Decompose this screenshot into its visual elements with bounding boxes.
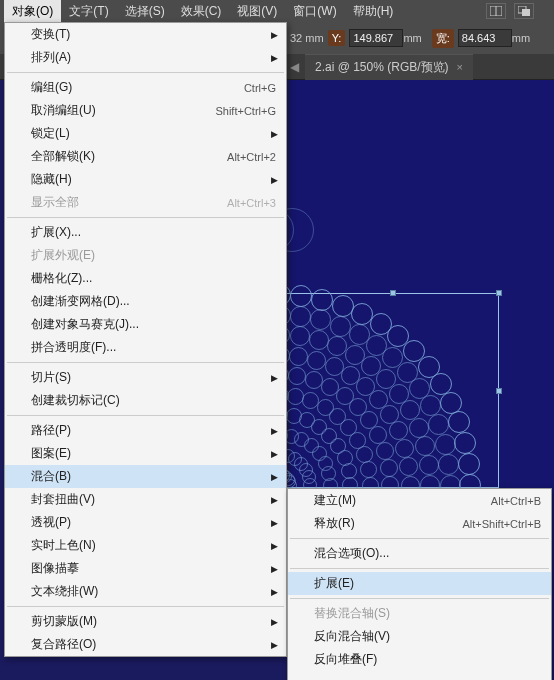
chevron-right-icon: ▶ bbox=[271, 426, 278, 436]
object-menu-item[interactable]: 扩展(X)... bbox=[5, 221, 286, 244]
blend-circle bbox=[290, 326, 310, 346]
object-menu-item[interactable]: 创建对象马赛克(J)... bbox=[5, 313, 286, 336]
blend-circle bbox=[307, 351, 326, 370]
menu-item-label: 创建对象马赛克(J)... bbox=[31, 316, 139, 333]
object-menu-item[interactable]: 拼合透明度(F)... bbox=[5, 336, 286, 359]
selection-handle-tm[interactable] bbox=[390, 290, 396, 296]
blend-circle bbox=[330, 316, 351, 337]
menu-item-label: 路径(P) bbox=[31, 422, 71, 439]
selection-handle-mr[interactable] bbox=[496, 388, 502, 394]
object-menu-item[interactable]: 路径(P)▶ bbox=[5, 419, 286, 442]
menu-item-label: 透视(P) bbox=[31, 514, 71, 531]
menu-separator bbox=[290, 568, 549, 569]
object-menu-item[interactable]: 切片(S)▶ bbox=[5, 366, 286, 389]
object-menu-item[interactable]: 图案(E)▶ bbox=[5, 442, 286, 465]
menu-item-label: 建立(M) bbox=[314, 492, 356, 509]
blend-circle bbox=[332, 295, 354, 317]
blend-menu-item[interactable]: 释放(R)Alt+Shift+Ctrl+B bbox=[288, 512, 551, 535]
selection-handle-tr[interactable] bbox=[496, 290, 502, 296]
object-menu-item[interactable]: 混合(B)▶ bbox=[5, 465, 286, 488]
chevron-right-icon: ▶ bbox=[271, 30, 278, 40]
unit-label: 32 mm bbox=[290, 32, 324, 44]
menu-separator bbox=[7, 217, 284, 218]
menu-item-shortcut: Alt+Ctrl+B bbox=[491, 495, 541, 507]
menu-select[interactable]: 选择(S) bbox=[117, 0, 173, 22]
chevron-right-icon: ▶ bbox=[271, 541, 278, 551]
svg-rect-3 bbox=[522, 9, 530, 16]
menu-item-shortcut: Alt+Ctrl+3 bbox=[227, 197, 276, 209]
menu-item-label: 创建渐变网格(D)... bbox=[31, 293, 130, 310]
menu-item-label: 排列(A) bbox=[31, 49, 71, 66]
object-menu-item[interactable]: 隐藏(H)▶ bbox=[5, 168, 286, 191]
menu-item-label: 创建裁切标记(C) bbox=[31, 392, 120, 409]
tab-prev-indicator[interactable]: ◀ bbox=[290, 60, 299, 74]
y-input[interactable] bbox=[349, 29, 403, 47]
document-tab[interactable]: 2.ai @ 150% (RGB/预览) × bbox=[305, 54, 473, 80]
object-menu-item[interactable]: 图像描摹▶ bbox=[5, 557, 286, 580]
object-menu-item[interactable]: 封套扭曲(V)▶ bbox=[5, 488, 286, 511]
blend-menu-item[interactable]: 扩展(E) bbox=[288, 572, 551, 595]
blend-menu-item[interactable]: 反向堆叠(F) bbox=[288, 648, 551, 671]
menu-item-label: 剪切蒙版(M) bbox=[31, 613, 97, 630]
object-menu-item[interactable]: 全部解锁(K)Alt+Ctrl+2 bbox=[5, 145, 286, 168]
menu-item-label: 混合(B) bbox=[31, 468, 71, 485]
menu-type[interactable]: 文字(T) bbox=[61, 0, 116, 22]
menu-effect[interactable]: 效果(C) bbox=[173, 0, 230, 22]
chevron-right-icon: ▶ bbox=[271, 175, 278, 185]
chevron-right-icon: ▶ bbox=[271, 518, 278, 528]
blend-circle bbox=[400, 400, 420, 420]
menu-item-label: 封套扭曲(V) bbox=[31, 491, 95, 508]
blend-submenu: 建立(M)Alt+Ctrl+B释放(R)Alt+Shift+Ctrl+B混合选项… bbox=[287, 488, 552, 680]
menu-item-label: 变换(T) bbox=[31, 26, 70, 43]
blend-circle bbox=[458, 453, 480, 475]
chevron-right-icon: ▶ bbox=[271, 373, 278, 383]
menu-item-label: 拼合透明度(F)... bbox=[31, 339, 116, 356]
object-menu-item[interactable]: 复合路径(O)▶ bbox=[5, 633, 286, 656]
menu-item-label: 扩展(E) bbox=[314, 575, 354, 592]
object-menu-item[interactable]: 创建裁切标记(C) bbox=[5, 389, 286, 412]
object-menu-item[interactable]: 取消编组(U)Shift+Ctrl+G bbox=[5, 99, 286, 122]
menu-item-label: 实时上色(N) bbox=[31, 537, 96, 554]
object-menu-item[interactable]: 创建渐变网格(D)... bbox=[5, 290, 286, 313]
blend-menu-item[interactable]: 建立(M)Alt+Ctrl+B bbox=[288, 489, 551, 512]
menu-separator bbox=[290, 598, 549, 599]
blend-menu-item[interactable]: 混合选项(O)... bbox=[288, 542, 551, 565]
chevron-right-icon: ▶ bbox=[271, 495, 278, 505]
doc-grid-icon[interactable] bbox=[486, 3, 506, 19]
chevron-right-icon: ▶ bbox=[271, 564, 278, 574]
chevron-right-icon: ▶ bbox=[271, 129, 278, 139]
menu-item-label: 隐藏(H) bbox=[31, 171, 72, 188]
object-menu-item[interactable]: 剪切蒙版(M)▶ bbox=[5, 610, 286, 633]
blend-circle bbox=[376, 442, 394, 460]
object-menu-item[interactable]: 栅格化(Z)... bbox=[5, 267, 286, 290]
blend-menu-item[interactable]: 反向混合轴(V) bbox=[288, 625, 551, 648]
menu-view[interactable]: 视图(V) bbox=[229, 0, 285, 22]
menu-item-shortcut: Ctrl+G bbox=[244, 82, 276, 94]
object-menu-dropdown: 变换(T)▶排列(A)▶编组(G)Ctrl+G取消编组(U)Shift+Ctrl… bbox=[4, 22, 287, 657]
chevron-right-icon: ▶ bbox=[271, 640, 278, 650]
menubar: 对象(O) 文字(T) 选择(S) 效果(C) 视图(V) 窗口(W) 帮助(H… bbox=[0, 0, 554, 22]
object-menu-item[interactable]: 变换(T)▶ bbox=[5, 23, 286, 46]
object-menu-item[interactable]: 透视(P)▶ bbox=[5, 511, 286, 534]
arrange-icon[interactable] bbox=[514, 3, 534, 19]
menu-item-shortcut: Shift+Ctrl+G bbox=[215, 105, 276, 117]
object-menu-item[interactable]: 编组(G)Ctrl+G bbox=[5, 76, 286, 99]
width-input[interactable] bbox=[458, 29, 512, 47]
width-label: 宽: bbox=[432, 29, 454, 48]
blend-circle bbox=[415, 436, 435, 456]
menu-object[interactable]: 对象(O) bbox=[4, 0, 61, 22]
blend-circle bbox=[356, 446, 373, 463]
object-menu-item: 扩展外观(E) bbox=[5, 244, 286, 267]
menu-item-label: 扩展(X)... bbox=[31, 224, 81, 241]
object-menu-item[interactable]: 实时上色(N)▶ bbox=[5, 534, 286, 557]
close-icon[interactable]: × bbox=[457, 61, 463, 73]
object-menu-item[interactable]: 排列(A)▶ bbox=[5, 46, 286, 69]
object-menu-item[interactable]: 文本绕排(W)▶ bbox=[5, 580, 286, 603]
object-menu-item[interactable]: 锁定(L)▶ bbox=[5, 122, 286, 145]
menu-separator bbox=[7, 606, 284, 607]
menu-help[interactable]: 帮助(H) bbox=[345, 0, 402, 22]
menu-item-label: 释放(R) bbox=[314, 515, 355, 532]
menu-window[interactable]: 窗口(W) bbox=[285, 0, 344, 22]
blend-circle bbox=[435, 434, 456, 455]
menu-separator bbox=[7, 72, 284, 73]
